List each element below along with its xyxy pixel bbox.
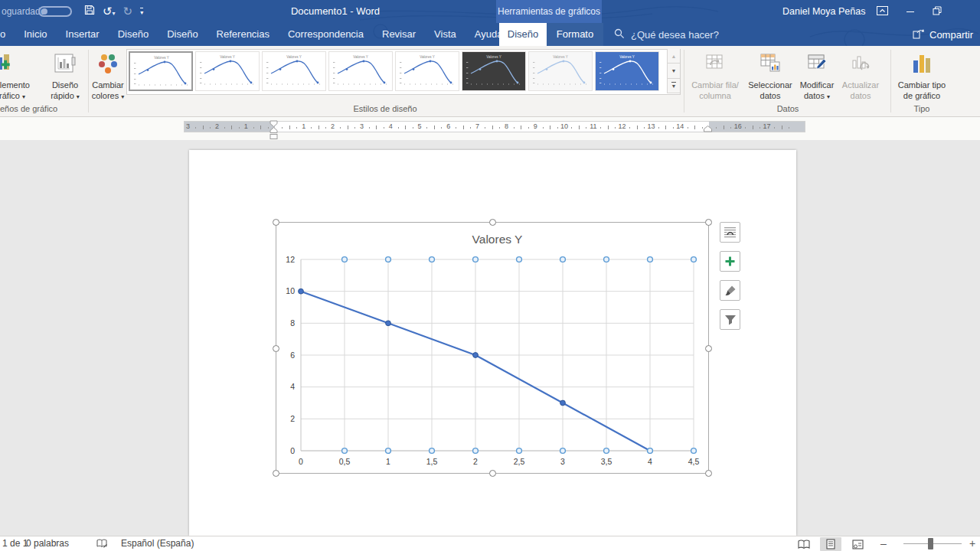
chart-object[interactable]: 02468101200,511,522,533,544,5Valores Y (276, 222, 709, 474)
right-indent-marker-icon[interactable] (704, 126, 713, 132)
tab-diseo[interactable]: Diseño (109, 23, 158, 46)
ruler-tick (774, 127, 775, 129)
ruler-tick (311, 127, 312, 129)
chart-style-thumbnail-8[interactable]: Valores Y (595, 51, 659, 91)
tab-archivo-partial[interactable]: o (0, 23, 15, 46)
svg-text:4: 4 (648, 457, 652, 466)
tell-me-search[interactable]: ¿Qué desea hacer? (614, 23, 719, 46)
tab-formato-contextual[interactable]: Formato (547, 23, 603, 46)
tab-insertar[interactable]: Insertar (57, 23, 109, 46)
ruler-tick (210, 127, 211, 129)
read-mode-icon (798, 540, 810, 549)
ruler-number: 10 (560, 122, 568, 130)
ruler-number: 14 (676, 122, 684, 130)
layout-options-button[interactable] (720, 222, 740, 243)
chart-filters-button[interactable] (720, 309, 740, 330)
chart-styles-button[interactable] (720, 280, 740, 301)
zoom-out-button[interactable]: – (880, 536, 887, 551)
word-count[interactable]: 0 palabras (26, 536, 69, 551)
proofing-status-icon[interactable] (96, 539, 107, 551)
save-icon[interactable] (84, 5, 95, 18)
ruler-tick (600, 127, 601, 129)
chart-style-thumbnail-2[interactable]: Valores Y (195, 51, 260, 91)
print-layout-button[interactable] (820, 537, 841, 551)
tab-diseno-contextual[interactable]: Diseño (499, 23, 547, 46)
ribbon-display-options-icon[interactable] (877, 5, 888, 18)
resize-handle-n[interactable] (489, 219, 496, 226)
account-name[interactable]: Daniel Moya Peñas (782, 0, 865, 23)
ruler-number: 1 (302, 122, 305, 130)
ruler-tick (369, 127, 370, 129)
language-indicator[interactable]: Español (España) (121, 536, 194, 551)
read-mode-button[interactable] (793, 537, 815, 551)
change-colors-icon (96, 53, 119, 76)
autosave-toggle[interactable] (38, 6, 72, 17)
svg-text:Valores Y: Valores Y (420, 55, 435, 59)
ruler-tick (543, 127, 544, 129)
ruler-tick (239, 127, 240, 129)
tab-revisar[interactable]: Revisar (373, 23, 425, 46)
tab-correspondencia[interactable]: Correspondencia (279, 23, 373, 46)
chart-style-thumbnail-1[interactable]: Valores Y (129, 51, 193, 91)
svg-text:Valores Y: Valores Y (286, 55, 302, 59)
window-controls (877, 0, 942, 23)
web-layout-button[interactable] (847, 537, 868, 551)
resize-handle-sw[interactable] (273, 470, 279, 477)
restore-button[interactable] (933, 5, 942, 18)
ruler-tick (325, 127, 326, 129)
chart-canvas[interactable]: 02468101200,511,522,533,544,5Valores Y (276, 223, 710, 474)
group-label-data: Datos (686, 104, 890, 113)
qat-customize-icon[interactable]: ▾ (140, 8, 143, 16)
gallery-scroll-up-icon[interactable]: ▲ (667, 49, 680, 64)
page-indicator[interactable]: 1 de 1 (2, 536, 28, 551)
svg-text:0,5: 0,5 (339, 457, 351, 466)
resize-handle-nw[interactable] (273, 219, 279, 226)
ruler-number: 1 (244, 122, 248, 130)
search-label: ¿Qué desea hacer? (631, 29, 719, 41)
tab-inicio[interactable]: Inicio (15, 23, 56, 46)
tab-referencias[interactable]: Referencias (207, 23, 279, 46)
dropdown-arrow-icon: ▾ (827, 93, 830, 100)
svg-text:4: 4 (290, 382, 295, 391)
redo-icon[interactable]: ↻ (123, 0, 133, 23)
resize-handle-e[interactable] (705, 345, 712, 352)
ruler-number: 6 (446, 122, 450, 130)
chart-style-thumbnail-5[interactable]: Valores Y (395, 51, 459, 91)
chart-style-thumbnail-3[interactable]: Valores Y (262, 51, 326, 91)
zoom-slider-thumb[interactable] (928, 538, 933, 549)
svg-text:2: 2 (290, 414, 295, 423)
undo-dropdown-icon[interactable]: ▾ (113, 10, 116, 17)
button-label: Seleccionar (743, 80, 797, 90)
gallery-more-icon[interactable]: ▼ (667, 79, 680, 93)
resize-handle-w[interactable] (273, 345, 279, 352)
ruler-tick (586, 127, 586, 129)
button-label2: columna (688, 91, 742, 100)
chart-style-thumbnail-7[interactable]: Valores Y (528, 51, 593, 91)
dropdown-arrow-icon: ▾ (121, 93, 124, 100)
zoom-in-button[interactable]: + (969, 536, 975, 551)
resize-handle-s[interactable] (489, 470, 496, 477)
tab-vista[interactable]: Vista (425, 23, 466, 46)
chart-style-thumbnail-6[interactable]: Valores Y (462, 51, 526, 91)
gallery-scroll-down-icon[interactable]: ▼ (667, 64, 680, 78)
share-button[interactable]: Compartir (913, 23, 973, 46)
add-chart-element-label2: gráfico (0, 91, 20, 100)
resize-handle-se[interactable] (705, 470, 712, 477)
svg-text:2: 2 (473, 457, 478, 466)
svg-text:2,5: 2,5 (514, 457, 525, 466)
document-title: Documento1 - Word (220, 0, 450, 23)
chart-elements-button[interactable] (720, 251, 740, 272)
chart-style-thumbnail-4[interactable]: Valores Y (328, 51, 393, 91)
dropdown-arrow-icon: ▾ (77, 93, 80, 100)
change-chart-type-label2: de gráfico (893, 91, 951, 100)
document-page[interactable]: 02468101200,511,522,533,544,5Valores Y (189, 150, 796, 536)
resize-handle-ne[interactable] (705, 219, 712, 226)
ruler-tick (579, 126, 580, 129)
tab-diseo-2[interactable]: Diseño (158, 23, 207, 46)
ruler-tick (753, 126, 753, 129)
undo-button[interactable]: ↺▾ (103, 0, 116, 23)
ruler-tick (789, 127, 789, 129)
indent-markers-icon[interactable] (270, 120, 279, 140)
minimize-button[interactable] (906, 11, 914, 12)
button-label: Actualizar (836, 80, 885, 90)
